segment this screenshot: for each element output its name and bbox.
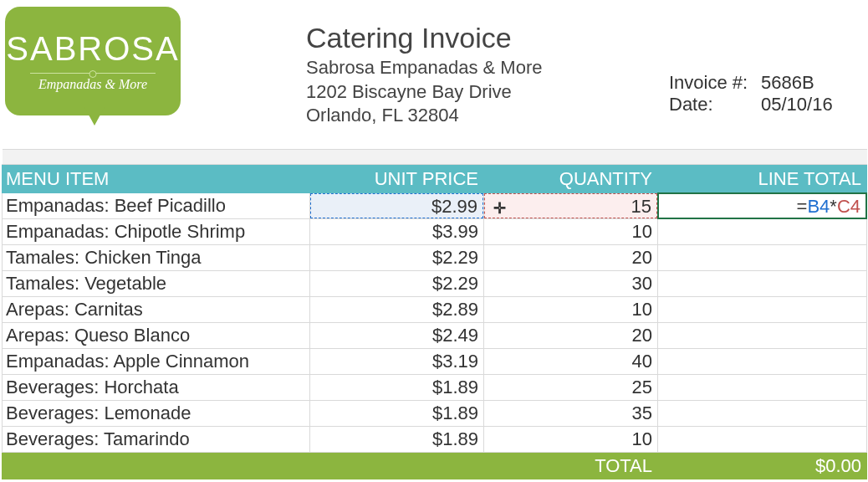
logo: SABROSA Empanadas & More bbox=[5, 7, 189, 132]
cell-line-total[interactable] bbox=[658, 349, 867, 375]
cell-line-total[interactable] bbox=[658, 375, 867, 401]
cell-unit-price[interactable]: $3.99 bbox=[310, 219, 484, 245]
table-row[interactable]: Empanadas: Apple Cinnamon $3.19 40 bbox=[3, 349, 867, 375]
cell-menu[interactable]: Arepas: Queso Blanco bbox=[3, 323, 310, 349]
table-row[interactable]: Arepas: Queso Blanco $2.49 20 bbox=[3, 323, 867, 349]
invoice-title: Catering Invoice bbox=[306, 22, 543, 54]
table-row[interactable]: Beverages: Horchata $1.89 25 bbox=[3, 375, 867, 401]
cell-unit-price[interactable]: $3.19 bbox=[310, 349, 484, 375]
cell-line-total[interactable] bbox=[658, 219, 867, 245]
column-header-row: MENU ITEM UNIT PRICE QUANTITY LINE TOTAL bbox=[3, 165, 867, 193]
col-quantity: QUANTITY bbox=[484, 165, 658, 193]
table-row[interactable]: Arepas: Carnitas $2.89 10 bbox=[3, 297, 867, 323]
table-row[interactable]: Tamales: Chicken Tinga $2.29 20 bbox=[3, 245, 867, 271]
vendor-name: Sabrosa Empanadas & More bbox=[306, 56, 543, 80]
invoice-number-label: Invoice #: bbox=[669, 72, 761, 94]
col-line-total: LINE TOTAL bbox=[658, 165, 867, 193]
cell-line-total[interactable] bbox=[658, 401, 867, 427]
logo-subtitle: Empanadas & More bbox=[38, 77, 147, 92]
cell-menu[interactable]: Beverages: Horchata bbox=[3, 375, 310, 401]
cursor-icon: ✛ bbox=[493, 199, 506, 218]
cell-menu[interactable]: Arepas: Carnitas bbox=[3, 297, 310, 323]
table-row[interactable]: Empanadas: Chipotle Shrimp $3.99 10 bbox=[3, 219, 867, 245]
cell-unit-price[interactable]: $1.89 bbox=[310, 375, 484, 401]
cell-line-total[interactable] bbox=[658, 427, 867, 453]
invoice-meta: Invoice #: 5686B Date: 05/10/16 bbox=[669, 7, 868, 132]
cell-unit-price[interactable]: $1.89 bbox=[310, 401, 484, 427]
cell-quantity[interactable]: 25 bbox=[484, 375, 658, 401]
cell-unit-price[interactable]: $2.89 bbox=[310, 297, 484, 323]
table-row[interactable]: Beverages: Lemonade $1.89 35 bbox=[3, 401, 867, 427]
cell-formula-editing[interactable]: =B4*C4 bbox=[658, 193, 867, 219]
total-row: TOTAL $0.00 bbox=[3, 453, 867, 479]
cell-quantity[interactable]: 30 bbox=[484, 271, 658, 297]
invoice-number-value: 5686B bbox=[761, 72, 845, 94]
invoice-date-value: 05/10/16 bbox=[761, 94, 845, 115]
cell-menu[interactable]: Tamales: Vegetable bbox=[3, 271, 310, 297]
cell-unit-price[interactable]: $1.89 bbox=[310, 427, 484, 453]
cell-unit-price[interactable]: $2.29 bbox=[310, 271, 484, 297]
cell-line-total[interactable] bbox=[658, 245, 867, 271]
cell-quantity[interactable]: 20 bbox=[484, 323, 658, 349]
cell-menu[interactable]: Empanadas: Beef Picadillo bbox=[3, 193, 310, 219]
logo-title: SABROSA bbox=[6, 30, 179, 68]
cell-menu[interactable]: Empanadas: Chipotle Shrimp bbox=[3, 219, 310, 245]
col-unit-price: UNIT PRICE bbox=[310, 165, 484, 193]
cell-menu[interactable]: Beverages: Lemonade bbox=[3, 401, 310, 427]
cell-quantity[interactable]: 10 bbox=[484, 219, 658, 245]
cell-menu[interactable]: Beverages: Tamarindo bbox=[3, 427, 310, 453]
total-label: TOTAL bbox=[484, 453, 658, 479]
vendor-block: Catering Invoice Sabrosa Empanadas & Mor… bbox=[306, 7, 543, 132]
cell-line-total[interactable] bbox=[658, 323, 867, 349]
table-row[interactable]: Tamales: Vegetable $2.29 30 bbox=[3, 271, 867, 297]
cell-menu[interactable]: Tamales: Chicken Tinga bbox=[3, 245, 310, 271]
cell-quantity[interactable]: 20 bbox=[484, 245, 658, 271]
cell-unit-price[interactable]: $2.29 bbox=[310, 245, 484, 271]
cell-unit-price-selected[interactable]: $2.99 bbox=[310, 193, 484, 219]
vendor-addr2: Orlando, FL 32804 bbox=[306, 104, 543, 128]
col-menu-item: MENU ITEM bbox=[3, 165, 310, 193]
invoice-date-label: Date: bbox=[669, 94, 761, 115]
table-row[interactable]: Beverages: Tamarindo $1.89 10 bbox=[3, 427, 867, 453]
cell-line-total[interactable] bbox=[658, 297, 867, 323]
table-row[interactable]: Empanadas: Beef Picadillo $2.99 ✛ 15 =B4… bbox=[3, 193, 867, 219]
invoice-table[interactable]: MENU ITEM UNIT PRICE QUANTITY LINE TOTAL… bbox=[2, 149, 867, 479]
cell-quantity-selected[interactable]: ✛ 15 bbox=[484, 193, 658, 219]
spacer-row bbox=[3, 150, 867, 165]
cell-quantity[interactable]: 10 bbox=[484, 427, 658, 453]
cell-quantity[interactable]: 40 bbox=[484, 349, 658, 375]
cell-quantity[interactable]: 10 bbox=[484, 297, 658, 323]
total-value: $0.00 bbox=[658, 453, 867, 479]
cell-menu[interactable]: Empanadas: Apple Cinnamon bbox=[3, 349, 310, 375]
invoice-header: SABROSA Empanadas & More Catering Invoic… bbox=[0, 0, 868, 149]
vendor-addr1: 1202 Biscayne Bay Drive bbox=[306, 80, 543, 105]
cell-unit-price[interactable]: $2.49 bbox=[310, 323, 484, 349]
cell-quantity[interactable]: 35 bbox=[484, 401, 658, 427]
cell-line-total[interactable] bbox=[658, 271, 867, 297]
